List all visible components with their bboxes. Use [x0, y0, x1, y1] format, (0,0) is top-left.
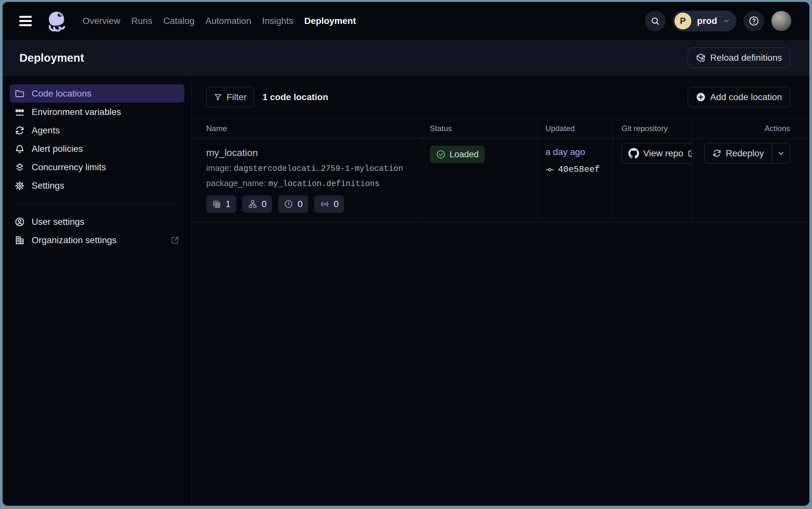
- jobs-count: 0: [262, 199, 267, 209]
- table-header-row: Name Status Updated Git repository Actio…: [192, 118, 809, 139]
- sidebar-item-environment-variables[interactable]: Environment variables: [10, 103, 184, 121]
- column-header-updated: Updated: [538, 118, 613, 138]
- sensors-count: 0: [334, 199, 339, 209]
- updated-cell: a day ago 40e58eef: [538, 139, 613, 222]
- code-location-count: 1 code location: [262, 92, 328, 102]
- view-repo-label: View repo: [643, 148, 683, 159]
- search-icon: [650, 16, 660, 26]
- add-code-location-button[interactable]: Add code location: [688, 87, 790, 107]
- column-header-git-repository: Git repository: [613, 118, 692, 138]
- folder-icon: [14, 89, 25, 99]
- filter-button-label: Filter: [227, 92, 247, 102]
- octopus-icon: [46, 10, 68, 32]
- agents-sync-icon: [14, 125, 25, 136]
- image-value: dagstercodelocati…2759-1-mylocation: [234, 164, 403, 173]
- chevron-down-icon: [723, 18, 730, 25]
- code-location-link[interactable]: my_location: [206, 147, 258, 158]
- sidebar-item-agents[interactable]: Agents: [10, 121, 184, 139]
- sidebar-item-alert-policies[interactable]: Alert policies: [10, 139, 184, 158]
- help-button[interactable]: [744, 11, 764, 31]
- sidebar-item-label: Agents: [32, 125, 60, 136]
- status-cell: Loaded: [422, 139, 538, 222]
- nav-item-insights[interactable]: Insights: [262, 16, 293, 26]
- commit-hash-link[interactable]: 40e58eef: [558, 165, 600, 174]
- sidebar-item-code-locations[interactable]: Code locations: [10, 84, 184, 103]
- filter-button[interactable]: Filter: [206, 87, 254, 107]
- gear-icon: [14, 180, 25, 191]
- redeploy-button[interactable]: Redeploy: [704, 143, 772, 163]
- name-cell: my_location image: dagstercodelocati…275…: [192, 139, 422, 222]
- redeploy-split-button: Redeploy: [704, 143, 790, 163]
- nav-item-overview[interactable]: Overview: [83, 16, 120, 26]
- redeploy-refresh-icon: [712, 148, 722, 158]
- bell-icon: [14, 144, 25, 154]
- sidebar-item-label: Environment variables: [32, 107, 121, 117]
- git-repository-cell: View repo: [613, 139, 692, 222]
- sidebar-item-label: Settings: [32, 180, 64, 191]
- sidebar-item-label: Alert policies: [32, 144, 83, 154]
- app-window: Overview Runs Catalog Automation Insight…: [3, 2, 809, 506]
- topnav-right-controls: P prod: [645, 11, 791, 31]
- github-icon: [628, 148, 639, 159]
- reload-definitions-label: Reload definitions: [710, 53, 782, 63]
- status-label: Loaded: [450, 149, 479, 160]
- external-link-icon: [171, 236, 179, 245]
- schedule-clock-icon: [284, 199, 293, 209]
- search-button[interactable]: [645, 11, 665, 31]
- package-line: package_name: my_location.definitions: [206, 178, 412, 189]
- column-header-actions: Actions: [692, 118, 809, 138]
- sidebar-item-label: User settings: [32, 217, 84, 227]
- hamburger-menu-button[interactable]: [20, 14, 36, 28]
- sidebar-item-label: Code locations: [32, 89, 91, 99]
- redeploy-label: Redeploy: [726, 148, 764, 159]
- status-badge[interactable]: Loaded: [430, 146, 485, 163]
- asset-table-icon: [212, 199, 221, 209]
- sidebar-item-organization-settings[interactable]: Organization settings: [10, 231, 184, 249]
- schedules-count: 0: [298, 199, 303, 209]
- assets-count-badge[interactable]: 1: [206, 195, 236, 213]
- plus-circle-icon: [696, 92, 706, 102]
- add-code-location-label: Add code location: [710, 92, 782, 102]
- page-body: Code locations Environment v: [3, 75, 809, 506]
- view-repo-button[interactable]: View repo: [622, 143, 692, 163]
- deployment-scope-label: prod: [697, 16, 717, 26]
- package-label: package_name:: [206, 178, 266, 188]
- sensors-count-badge[interactable]: 0: [315, 195, 344, 213]
- nav-item-runs[interactable]: Runs: [131, 16, 152, 26]
- definition-count-badges: 1 0: [206, 195, 412, 213]
- deployment-scope-dropdown[interactable]: P prod: [673, 11, 736, 31]
- column-header-name: Name: [192, 118, 422, 138]
- actions-cell: Redeploy: [692, 139, 809, 222]
- sidebar-item-user-settings[interactable]: User settings: [10, 212, 184, 231]
- filter-funnel-icon: [214, 93, 222, 101]
- code-locations-table: Name Status Updated Git repository Actio…: [192, 118, 809, 222]
- organization-building-icon: [14, 235, 25, 245]
- env-vars-icon: [14, 107, 25, 117]
- commit-line: 40e58eef: [545, 165, 613, 174]
- top-navigation: Overview Runs Catalog Automation Insight…: [3, 2, 809, 40]
- sidebar-item-settings[interactable]: Settings: [10, 176, 184, 195]
- code-locations-main: Filter 1 code location Add code location: [192, 75, 809, 506]
- external-link-icon: [688, 149, 692, 158]
- user-avatar[interactable]: [771, 11, 791, 31]
- reload-definitions-button[interactable]: Reload definitions: [688, 47, 790, 68]
- nav-item-catalog[interactable]: Catalog: [163, 16, 195, 26]
- table-row: my_location image: dagstercodelocati…275…: [192, 139, 809, 222]
- assets-count: 1: [226, 199, 231, 209]
- deployment-avatar: P: [674, 12, 691, 29]
- image-label: image:: [206, 163, 231, 173]
- nav-item-automation[interactable]: Automation: [206, 16, 251, 26]
- sensor-signal-icon: [320, 199, 330, 209]
- jobs-count-badge[interactable]: 0: [243, 195, 272, 213]
- redeploy-more-options-button[interactable]: [772, 143, 790, 163]
- page-title: Deployment: [20, 52, 84, 64]
- dagster-octopus-logo[interactable]: [46, 10, 68, 32]
- chevron-down-icon: [777, 149, 785, 157]
- sidebar-item-concurrency-limits[interactable]: Concurrency limits: [10, 158, 184, 176]
- updated-timestamp[interactable]: a day ago: [545, 147, 585, 157]
- sidebar-item-label: Concurrency limits: [32, 162, 106, 172]
- nav-item-deployment[interactable]: Deployment: [304, 16, 356, 26]
- schedules-count-badge[interactable]: 0: [278, 195, 308, 213]
- primary-nav: Overview Runs Catalog Automation Insight…: [83, 16, 356, 26]
- sidebar-divider: [13, 203, 181, 204]
